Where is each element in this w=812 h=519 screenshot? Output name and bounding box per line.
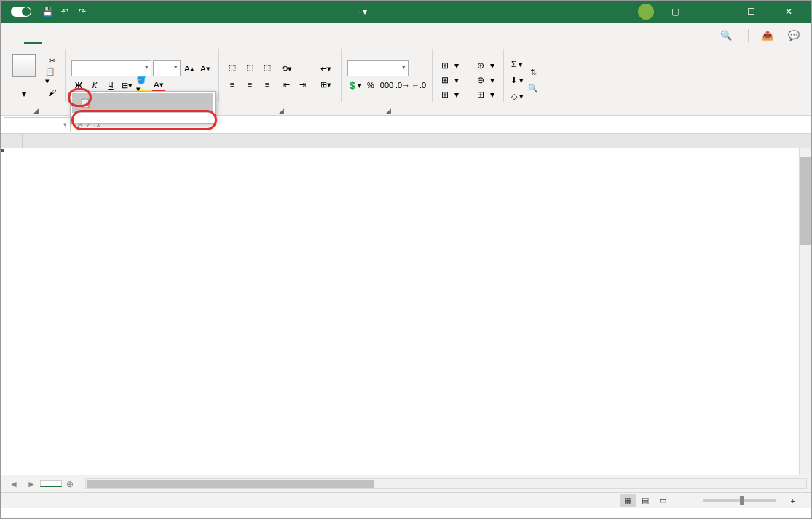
save-icon[interactable]: 💾 bbox=[40, 4, 55, 19]
wrap-text-icon[interactable]: ↩▾ bbox=[317, 61, 335, 76]
fill-color-icon[interactable]: 🪣▾ bbox=[135, 78, 150, 92]
tab-insert[interactable] bbox=[42, 35, 59, 44]
avatar[interactable] bbox=[638, 4, 654, 20]
border-icon[interactable]: ⊞▾ bbox=[119, 78, 134, 92]
window-title: - ▾ bbox=[91, 7, 634, 17]
sheet-nav-next-icon[interactable]: ► bbox=[23, 479, 40, 489]
align-top-icon[interactable]: ⬚ bbox=[225, 60, 240, 74]
format-as-table-button[interactable]: ⊞ ▾ bbox=[438, 74, 462, 87]
tab-formulas[interactable] bbox=[76, 35, 94, 44]
tab-home[interactable] bbox=[24, 33, 42, 44]
underline-icon[interactable]: Ч bbox=[103, 78, 118, 92]
redo-icon[interactable]: ↷ bbox=[75, 4, 90, 19]
copy-icon: 📋 bbox=[79, 98, 91, 108]
increase-font-icon[interactable]: A▴ bbox=[182, 61, 197, 76]
decrease-indent-icon[interactable]: ⇤ bbox=[279, 77, 293, 92]
merge-icon[interactable]: ⊞▾ bbox=[317, 77, 335, 92]
align-right-icon[interactable]: ≡ bbox=[260, 77, 275, 92]
tab-page-layout[interactable] bbox=[59, 35, 76, 44]
bold-icon[interactable]: Ж bbox=[71, 78, 86, 92]
title-bar: 💾 ↶ ↷ - ▾ ▢ — ☐ ✕ bbox=[1, 1, 811, 23]
sort-filter-icon[interactable]: ⇅ bbox=[527, 65, 539, 79]
menu-copy-as-picture[interactable] bbox=[72, 113, 213, 122]
delete-cells-button[interactable]: ⊖ ▾ bbox=[474, 74, 497, 87]
paste-button[interactable]: ▾ bbox=[9, 51, 39, 102]
find-select-icon[interactable]: 🔍 bbox=[527, 81, 539, 95]
sheet-nav-prev-icon[interactable]: ◄ bbox=[5, 479, 23, 489]
tab-file[interactable] bbox=[7, 35, 24, 44]
comma-icon[interactable]: 000 bbox=[379, 78, 394, 92]
share-button[interactable]: 📤 bbox=[756, 27, 779, 44]
increase-indent-icon[interactable]: ⇥ bbox=[295, 77, 310, 92]
conditional-formatting-button[interactable]: ⊞ ▾ bbox=[438, 59, 462, 72]
zoom-out-icon[interactable]: — bbox=[681, 496, 689, 505]
menu-copy[interactable]: 📋 bbox=[72, 93, 213, 113]
minimize-icon[interactable]: — bbox=[696, 1, 730, 23]
status-bar: ▦ ▤ ▭ — + bbox=[1, 492, 811, 508]
tab-data[interactable] bbox=[94, 35, 111, 44]
clipboard-icon bbox=[12, 54, 36, 77]
decrease-decimal-icon[interactable]: ←.0 bbox=[411, 78, 426, 92]
zoom-slider[interactable] bbox=[703, 499, 776, 502]
vertical-scrollbar[interactable] bbox=[799, 148, 811, 475]
autosum-icon[interactable]: Σ ▾ bbox=[510, 57, 524, 71]
comments-button[interactable]: 💬 bbox=[782, 27, 805, 44]
name-box[interactable]: ▾ bbox=[4, 117, 71, 132]
zoom-in-icon[interactable]: + bbox=[791, 496, 795, 505]
view-page-layout-icon[interactable]: ▤ bbox=[637, 494, 653, 507]
copy-dropdown-menu: 📋 bbox=[70, 91, 216, 124]
number-format-combo[interactable] bbox=[347, 60, 409, 76]
number-dialog-icon[interactable]: ◢ bbox=[386, 107, 391, 114]
view-normal-icon[interactable]: ▦ bbox=[620, 494, 636, 507]
format-cells-button[interactable]: ⊞ ▾ bbox=[474, 88, 497, 101]
autosave-toggle[interactable] bbox=[7, 7, 31, 17]
alignment-dialog-icon[interactable]: ◢ bbox=[279, 107, 284, 114]
clipboard-dialog-icon[interactable]: ◢ bbox=[33, 107, 39, 114]
font-name-combo[interactable] bbox=[71, 60, 151, 76]
maximize-icon[interactable]: ☐ bbox=[734, 1, 768, 23]
new-sheet-icon[interactable]: ⊕ bbox=[62, 479, 78, 489]
group-alignment: ⬚ ⬚ ⬚ ≡ ≡ ≡ ⟲▾ ⇤ ⇥ ↩▾ ⊞▾ ◢ bbox=[221, 46, 339, 116]
align-left-icon[interactable]: ≡ bbox=[225, 77, 240, 92]
group-clipboard: ▾ ✂ 📋▾ 🖌 ◢ bbox=[5, 46, 63, 116]
font-size-combo[interactable] bbox=[153, 60, 181, 76]
orientation-icon[interactable]: ⟲▾ bbox=[279, 61, 293, 76]
tab-help[interactable] bbox=[146, 35, 164, 44]
font-color-icon[interactable]: A▾ bbox=[151, 78, 166, 92]
select-all-corner[interactable] bbox=[1, 134, 23, 148]
toggle-switch[interactable] bbox=[11, 7, 31, 17]
increase-decimal-icon[interactable]: .0→ bbox=[395, 78, 410, 92]
currency-icon[interactable]: 💲▾ bbox=[347, 78, 362, 92]
group-styles: ⊞ ▾ ⊞ ▾ ⊞ ▾ bbox=[434, 46, 466, 116]
clear-icon[interactable]: ◇ ▾ bbox=[510, 89, 524, 103]
group-number: 💲▾ % 000 .0→ ←.0 ◢ bbox=[343, 46, 430, 116]
undo-icon[interactable]: ↶ bbox=[58, 4, 72, 19]
copy-dropdown-button[interactable]: 📋▾ bbox=[44, 69, 59, 84]
spreadsheet-grid[interactable] bbox=[1, 134, 811, 475]
ribbon-tabs: 🔍 📤 💬 bbox=[1, 23, 811, 44]
fill-icon[interactable]: ⬇ ▾ bbox=[510, 73, 524, 87]
format-painter-icon[interactable]: 🖌 bbox=[44, 85, 59, 100]
percent-icon[interactable]: % bbox=[363, 78, 378, 92]
tab-review[interactable] bbox=[111, 35, 129, 44]
group-cells: ⊕ ▾ ⊖ ▾ ⊞ ▾ bbox=[470, 46, 502, 116]
decrease-font-icon[interactable]: A▾ bbox=[198, 61, 213, 76]
align-center-icon[interactable]: ≡ bbox=[243, 77, 257, 92]
sheet-tab-bar: ◄ ► ⊕ bbox=[1, 475, 811, 492]
ribbon-options-icon[interactable]: ▢ bbox=[658, 1, 692, 23]
sheet-tab[interactable] bbox=[40, 480, 62, 487]
align-middle-icon[interactable]: ⬚ bbox=[243, 60, 257, 74]
cell-styles-button[interactable]: ⊞ ▾ bbox=[438, 88, 462, 101]
search-button[interactable]: 🔍 bbox=[714, 27, 741, 44]
group-editing: Σ ▾ ⬇ ▾ ◇ ▾ ⇅ 🔍 bbox=[505, 46, 543, 116]
insert-cells-button[interactable]: ⊕ ▾ bbox=[474, 59, 497, 72]
close-icon[interactable]: ✕ bbox=[772, 1, 805, 23]
view-page-break-icon[interactable]: ▭ bbox=[655, 494, 671, 507]
cut-icon[interactable]: ✂ bbox=[44, 53, 59, 68]
tab-view[interactable] bbox=[129, 35, 146, 44]
align-bottom-icon[interactable]: ⬚ bbox=[260, 60, 275, 74]
italic-icon[interactable]: К bbox=[87, 78, 102, 92]
horizontal-scrollbar[interactable] bbox=[85, 478, 807, 489]
